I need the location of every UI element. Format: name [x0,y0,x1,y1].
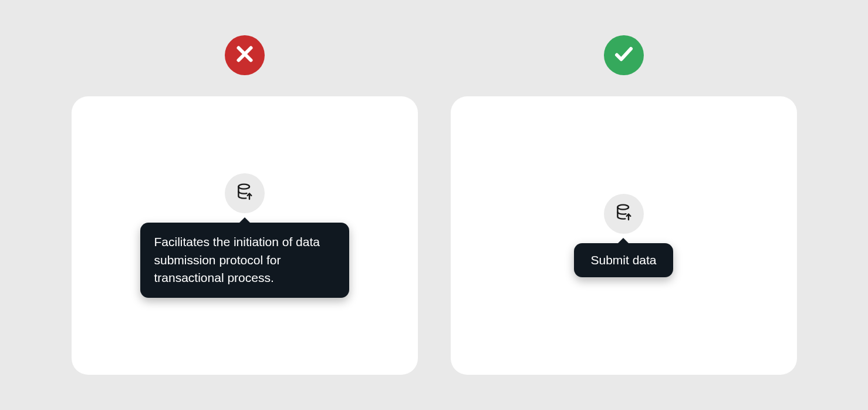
tooltip-good: Submit data [574,243,673,277]
svg-point-3 [617,204,629,209]
tooltip-text: Submit data [590,253,656,267]
cross-icon [234,43,255,67]
check-icon [613,43,634,67]
upload-database-button[interactable] [604,194,644,234]
svg-point-2 [238,184,249,189]
good-example: Submit data [451,35,797,375]
tooltip-text: Facilitates the initiation of data submi… [154,235,320,284]
tooltip-bad: Facilitates the initiation of data submi… [140,223,349,297]
cross-badge [225,35,265,75]
good-example-card: Submit data [451,96,797,375]
upload-database-button[interactable] [225,173,265,213]
check-badge [604,35,644,75]
database-upload-icon [235,183,254,204]
bad-example-card: Facilitates the initiation of data submi… [72,96,418,375]
bad-example: Facilitates the initiation of data submi… [72,35,418,375]
database-upload-icon [614,203,633,224]
